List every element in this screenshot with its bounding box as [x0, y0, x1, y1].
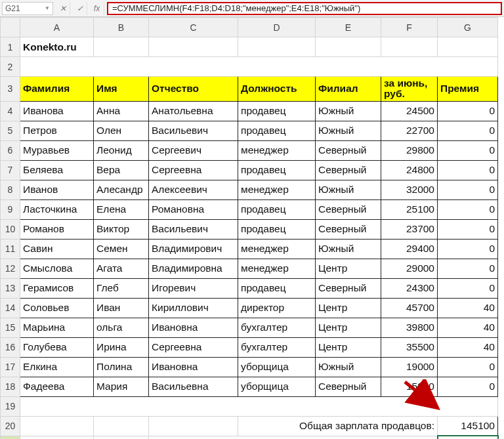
cell[interactable]: Konekto.ru: [20, 37, 94, 57]
table-header[interactable]: Премия: [438, 77, 498, 102]
col-header-D[interactable]: D: [238, 18, 316, 37]
row-header[interactable]: 5: [1, 121, 20, 140]
row-header[interactable]: 19: [1, 396, 20, 416]
cell[interactable]: [438, 37, 498, 57]
spreadsheet-grid[interactable]: A B C D E F G 1 Konekto.ru 2 3 Фамилия И…: [0, 17, 498, 439]
cell[interactable]: Северный: [316, 160, 381, 180]
cell[interactable]: Петров: [20, 121, 94, 140]
table-header[interactable]: Отчество: [149, 77, 238, 102]
cell[interactable]: Анатольевна: [149, 101, 238, 121]
cell[interactable]: Олен: [94, 121, 149, 140]
cell[interactable]: 40: [438, 337, 498, 357]
cell[interactable]: Центр: [316, 337, 381, 357]
cell[interactable]: Алексеевич: [149, 180, 238, 199]
cell[interactable]: 0: [438, 199, 498, 219]
cell[interactable]: Смыслова: [20, 259, 94, 278]
cell[interactable]: Игоревич: [149, 278, 238, 298]
cell[interactable]: Сергеевна: [149, 160, 238, 180]
cell[interactable]: [238, 37, 316, 57]
cell[interactable]: Северный: [316, 140, 381, 160]
cell[interactable]: Соловьев: [20, 298, 94, 318]
cell[interactable]: менеджер: [238, 180, 316, 199]
formula-input[interactable]: =СУММЕСЛИМН(F4:F18;D4:D18;"менеджер";E4:…: [107, 2, 502, 15]
row-header[interactable]: 4: [1, 101, 20, 121]
table-header[interactable]: Должность: [238, 77, 316, 102]
cell[interactable]: менеджер: [238, 140, 316, 160]
cell[interactable]: 0: [438, 101, 498, 121]
cell[interactable]: Северный: [316, 219, 381, 239]
cell[interactable]: 39800: [381, 318, 438, 337]
cell[interactable]: Владимирович: [149, 239, 238, 259]
row-header[interactable]: 6: [1, 140, 20, 160]
row-header[interactable]: 20: [1, 416, 20, 436]
cell[interactable]: Беляева: [20, 160, 94, 180]
cell[interactable]: 0: [438, 180, 498, 199]
cell[interactable]: продавец: [238, 199, 316, 219]
cell[interactable]: Глеб: [94, 278, 149, 298]
cell[interactable]: Муравьев: [20, 140, 94, 160]
cell[interactable]: [149, 37, 238, 57]
cell[interactable]: 0: [438, 278, 498, 298]
cell[interactable]: 0: [438, 259, 498, 278]
cell[interactable]: 0: [438, 140, 498, 160]
cell[interactable]: Агата: [94, 259, 149, 278]
cell[interactable]: 19000: [381, 357, 438, 377]
cell[interactable]: Семен: [94, 239, 149, 259]
col-header-B[interactable]: B: [94, 18, 149, 37]
table-header[interactable]: Фамилия: [20, 77, 94, 102]
cell[interactable]: Центр: [316, 318, 381, 337]
cell[interactable]: Савин: [20, 239, 94, 259]
cell[interactable]: Романовна: [149, 199, 238, 219]
cell[interactable]: Сергеевич: [149, 140, 238, 160]
table-header[interactable]: Имя: [94, 77, 149, 102]
cell[interactable]: 15000: [381, 377, 438, 396]
cell[interactable]: Центр: [316, 259, 381, 278]
cell[interactable]: Елена: [94, 199, 149, 219]
cell[interactable]: 40: [438, 298, 498, 318]
cell[interactable]: 35500: [381, 337, 438, 357]
enter-icon[interactable]: ✓: [73, 2, 87, 15]
cell[interactable]: Алесандр: [94, 180, 149, 199]
cell[interactable]: Виктор: [94, 219, 149, 239]
cell[interactable]: бухгалтер: [238, 337, 316, 357]
row-header[interactable]: 18: [1, 377, 20, 396]
row-header[interactable]: 17: [1, 357, 20, 377]
col-header-F[interactable]: F: [381, 18, 438, 37]
cell[interactable]: 45700: [381, 298, 438, 318]
row-header[interactable]: 14: [1, 298, 20, 318]
cell[interactable]: Южный: [316, 101, 381, 121]
cell[interactable]: 25100: [381, 199, 438, 219]
cell[interactable]: 40: [438, 318, 498, 337]
cell[interactable]: Романов: [20, 219, 94, 239]
cell[interactable]: 29400: [381, 239, 438, 259]
cell[interactable]: [20, 436, 94, 439]
total-value[interactable]: 145100: [438, 416, 498, 436]
col-header-G[interactable]: G: [438, 18, 498, 37]
cell[interactable]: Марьина: [20, 318, 94, 337]
cell[interactable]: менеджер: [238, 239, 316, 259]
cell[interactable]: 32000: [381, 180, 438, 199]
cell[interactable]: [94, 37, 149, 57]
cell[interactable]: 0: [438, 357, 498, 377]
cell[interactable]: уборщица: [238, 357, 316, 377]
row-header[interactable]: 8: [1, 180, 20, 199]
cell[interactable]: Северный: [316, 377, 381, 396]
total-label[interactable]: Общая зарплата менеджеров Южного филиала…: [149, 436, 438, 439]
cell[interactable]: Вера: [94, 160, 149, 180]
cell[interactable]: Васильевич: [149, 219, 238, 239]
cell[interactable]: 23700: [381, 219, 438, 239]
cell[interactable]: продавец: [238, 278, 316, 298]
cell[interactable]: [94, 436, 149, 439]
fx-icon[interactable]: fx: [90, 2, 104, 15]
cell[interactable]: Иван: [94, 298, 149, 318]
col-header-C[interactable]: C: [149, 18, 238, 37]
cell[interactable]: 29000: [381, 259, 438, 278]
cell[interactable]: 24300: [381, 278, 438, 298]
name-box-dropdown-icon[interactable]: ▼: [45, 5, 50, 11]
cell[interactable]: Голубева: [20, 337, 94, 357]
row-header[interactable]: 9: [1, 199, 20, 219]
table-header[interactable]: за июнь, руб.: [381, 77, 438, 102]
row-header[interactable]: 21: [1, 436, 20, 439]
cell[interactable]: ольга: [94, 318, 149, 337]
cell[interactable]: Васильевич: [149, 121, 238, 140]
